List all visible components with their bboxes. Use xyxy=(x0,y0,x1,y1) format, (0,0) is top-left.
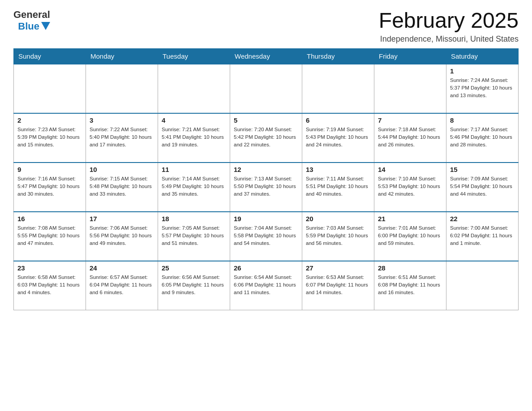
calendar-cell: 10Sunrise: 7:15 AM Sunset: 5:48 PM Dayli… xyxy=(86,163,158,212)
header-wednesday: Wednesday xyxy=(230,48,302,64)
calendar-cell: 18Sunrise: 7:05 AM Sunset: 5:57 PM Dayli… xyxy=(158,212,230,261)
day-info: Sunrise: 6:53 AM Sunset: 6:07 PM Dayligh… xyxy=(306,274,370,297)
calendar-cell: 4Sunrise: 7:21 AM Sunset: 5:41 PM Daylig… xyxy=(158,113,230,163)
calendar-cell: 13Sunrise: 7:11 AM Sunset: 5:51 PM Dayli… xyxy=(302,163,374,212)
day-number: 18 xyxy=(162,215,226,223)
day-info: Sunrise: 7:08 AM Sunset: 5:55 PM Dayligh… xyxy=(17,224,82,248)
day-info: Sunrise: 7:09 AM Sunset: 5:54 PM Dayligh… xyxy=(450,175,515,198)
day-number: 2 xyxy=(17,116,82,124)
calendar-cell: 5Sunrise: 7:20 AM Sunset: 5:42 PM Daylig… xyxy=(230,113,302,163)
day-number: 1 xyxy=(450,67,515,75)
title-section: February 2025 Independence, Missouri, Un… xyxy=(379,9,519,44)
day-number: 26 xyxy=(234,264,298,272)
calendar-cell: 16Sunrise: 7:08 AM Sunset: 5:55 PM Dayli… xyxy=(14,212,86,261)
calendar-cell: 11Sunrise: 7:14 AM Sunset: 5:49 PM Dayli… xyxy=(158,163,230,212)
header-friday: Friday xyxy=(374,48,446,64)
calendar-cell xyxy=(230,64,302,113)
day-number: 10 xyxy=(90,166,154,173)
calendar-cell xyxy=(14,64,86,113)
day-number: 13 xyxy=(306,166,370,173)
day-info: Sunrise: 7:21 AM Sunset: 5:41 PM Dayligh… xyxy=(162,126,226,149)
calendar-week-row: 1Sunrise: 7:24 AM Sunset: 5:37 PM Daylig… xyxy=(14,64,519,113)
day-info: Sunrise: 7:23 AM Sunset: 5:39 PM Dayligh… xyxy=(17,126,82,149)
calendar-table: Sunday Monday Tuesday Wednesday Thursday… xyxy=(13,48,519,311)
calendar-cell: 9Sunrise: 7:16 AM Sunset: 5:47 PM Daylig… xyxy=(14,163,86,212)
day-info: Sunrise: 7:06 AM Sunset: 5:56 PM Dayligh… xyxy=(90,224,154,248)
calendar-cell: 25Sunrise: 6:56 AM Sunset: 6:05 PM Dayli… xyxy=(158,261,230,310)
calendar-cell: 28Sunrise: 6:51 AM Sunset: 6:08 PM Dayli… xyxy=(374,261,446,310)
calendar-cell: 27Sunrise: 6:53 AM Sunset: 6:07 PM Dayli… xyxy=(302,261,374,310)
calendar-week-row: 9Sunrise: 7:16 AM Sunset: 5:47 PM Daylig… xyxy=(14,163,519,212)
day-info: Sunrise: 7:04 AM Sunset: 5:58 PM Dayligh… xyxy=(234,224,298,248)
day-info: Sunrise: 7:13 AM Sunset: 5:50 PM Dayligh… xyxy=(234,175,298,198)
header-thursday: Thursday xyxy=(302,48,374,64)
day-number: 11 xyxy=(162,166,226,173)
day-number: 20 xyxy=(306,215,370,223)
page-header: General Blue February 2025 Independence,… xyxy=(13,9,519,44)
day-number: 25 xyxy=(162,264,226,272)
day-info: Sunrise: 6:57 AM Sunset: 6:04 PM Dayligh… xyxy=(90,274,154,297)
day-info: Sunrise: 6:51 AM Sunset: 6:08 PM Dayligh… xyxy=(378,274,442,297)
calendar-cell xyxy=(158,64,230,113)
day-info: Sunrise: 7:01 AM Sunset: 6:00 PM Dayligh… xyxy=(378,224,442,248)
day-number: 15 xyxy=(450,166,515,173)
calendar-cell: 3Sunrise: 7:22 AM Sunset: 5:40 PM Daylig… xyxy=(86,113,158,163)
day-number: 28 xyxy=(378,264,442,272)
day-info: Sunrise: 6:54 AM Sunset: 6:06 PM Dayligh… xyxy=(234,274,298,297)
day-number: 17 xyxy=(90,215,154,223)
day-number: 12 xyxy=(234,166,298,173)
day-info: Sunrise: 7:00 AM Sunset: 6:02 PM Dayligh… xyxy=(450,224,515,248)
header-monday: Monday xyxy=(86,48,158,64)
calendar-cell: 23Sunrise: 6:58 AM Sunset: 6:03 PM Dayli… xyxy=(14,261,86,310)
day-number: 23 xyxy=(17,264,82,272)
calendar-cell: 24Sunrise: 6:57 AM Sunset: 6:04 PM Dayli… xyxy=(86,261,158,310)
header-saturday: Saturday xyxy=(446,48,519,64)
day-number: 7 xyxy=(378,116,442,124)
calendar-cell xyxy=(374,64,446,113)
day-number: 21 xyxy=(378,215,442,223)
logo: General Blue xyxy=(13,9,50,32)
day-number: 16 xyxy=(17,215,82,223)
logo-triangle-icon xyxy=(41,22,50,30)
day-info: Sunrise: 7:19 AM Sunset: 5:43 PM Dayligh… xyxy=(306,126,370,149)
location-text: Independence, Missouri, United States xyxy=(379,34,519,44)
calendar-cell xyxy=(302,64,374,113)
calendar-cell: 17Sunrise: 7:06 AM Sunset: 5:56 PM Dayli… xyxy=(86,212,158,261)
day-info: Sunrise: 6:56 AM Sunset: 6:05 PM Dayligh… xyxy=(162,274,226,297)
day-number: 24 xyxy=(90,264,154,272)
calendar-cell: 19Sunrise: 7:04 AM Sunset: 5:58 PM Dayli… xyxy=(230,212,302,261)
header-tuesday: Tuesday xyxy=(158,48,230,64)
day-info: Sunrise: 7:10 AM Sunset: 5:53 PM Dayligh… xyxy=(378,175,442,198)
calendar-cell: 1Sunrise: 7:24 AM Sunset: 5:37 PM Daylig… xyxy=(446,64,519,113)
day-number: 5 xyxy=(234,116,298,124)
calendar-cell: 7Sunrise: 7:18 AM Sunset: 5:44 PM Daylig… xyxy=(374,113,446,163)
calendar-cell: 6Sunrise: 7:19 AM Sunset: 5:43 PM Daylig… xyxy=(302,113,374,163)
day-info: Sunrise: 7:15 AM Sunset: 5:48 PM Dayligh… xyxy=(90,175,154,198)
calendar-week-row: 23Sunrise: 6:58 AM Sunset: 6:03 PM Dayli… xyxy=(14,261,519,310)
calendar-cell xyxy=(446,261,519,310)
day-number: 27 xyxy=(306,264,370,272)
day-info: Sunrise: 6:58 AM Sunset: 6:03 PM Dayligh… xyxy=(17,274,82,297)
day-number: 6 xyxy=(306,116,370,124)
calendar-cell: 15Sunrise: 7:09 AM Sunset: 5:54 PM Dayli… xyxy=(446,163,519,212)
day-info: Sunrise: 7:24 AM Sunset: 5:37 PM Dayligh… xyxy=(450,77,515,100)
calendar-cell: 21Sunrise: 7:01 AM Sunset: 6:00 PM Dayli… xyxy=(374,212,446,261)
day-info: Sunrise: 7:20 AM Sunset: 5:42 PM Dayligh… xyxy=(234,126,298,149)
day-info: Sunrise: 7:14 AM Sunset: 5:49 PM Dayligh… xyxy=(162,175,226,198)
day-number: 19 xyxy=(234,215,298,223)
day-number: 8 xyxy=(450,116,515,124)
day-info: Sunrise: 7:03 AM Sunset: 5:59 PM Dayligh… xyxy=(306,224,370,248)
day-number: 4 xyxy=(162,116,226,124)
logo-general-text: General xyxy=(13,9,50,21)
calendar-cell: 8Sunrise: 7:17 AM Sunset: 5:46 PM Daylig… xyxy=(446,113,519,163)
calendar-week-row: 2Sunrise: 7:23 AM Sunset: 5:39 PM Daylig… xyxy=(14,113,519,163)
day-info: Sunrise: 7:05 AM Sunset: 5:57 PM Dayligh… xyxy=(162,224,226,248)
calendar-header-row: Sunday Monday Tuesday Wednesday Thursday… xyxy=(14,48,519,64)
day-info: Sunrise: 7:16 AM Sunset: 5:47 PM Dayligh… xyxy=(17,175,82,198)
day-number: 14 xyxy=(378,166,442,173)
svg-marker-0 xyxy=(41,22,50,30)
calendar-cell xyxy=(86,64,158,113)
calendar-week-row: 16Sunrise: 7:08 AM Sunset: 5:55 PM Dayli… xyxy=(14,212,519,261)
day-number: 22 xyxy=(450,215,515,223)
calendar-cell: 22Sunrise: 7:00 AM Sunset: 6:02 PM Dayli… xyxy=(446,212,519,261)
